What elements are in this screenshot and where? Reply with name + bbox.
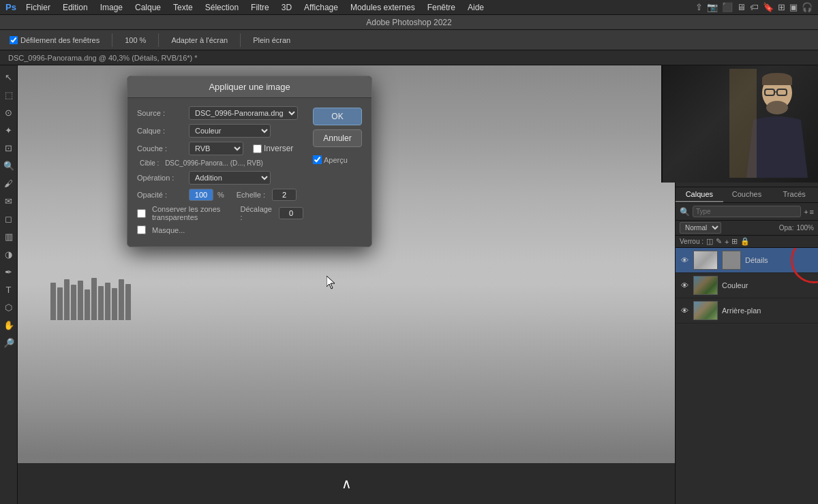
canvas-area: Appliquer une image Source : DSC_0996-Pa… <box>18 65 675 504</box>
menu-selection[interactable]: Sélection <box>200 1 244 14</box>
zoom-tool[interactable]: 🔎 <box>1 335 16 350</box>
scroll-windows-checkbox[interactable] <box>10 36 18 44</box>
layers-tabs: Calques Couches Tracés <box>676 187 818 203</box>
tab-calques[interactable]: Calques <box>676 187 723 202</box>
monitor-icon[interactable]: 🖥 <box>737 2 746 12</box>
eyedropper-tool[interactable]: 🔍 <box>1 158 16 173</box>
crop-tool[interactable]: ⊡ <box>1 140 16 155</box>
layer-item-arriere-plan[interactable]: 👁 Arrière-plan <box>676 298 818 324</box>
layer-options-icon[interactable]: ≡ <box>810 208 814 216</box>
webcam-background <box>663 65 818 183</box>
apply-image-dialog: Appliquer une image Source : DSC_0996-Pa… <box>127 76 372 247</box>
inverser-label: Inverser <box>264 144 293 153</box>
text-tool[interactable]: T <box>1 282 16 297</box>
transparentes-row: Conserver les zones transparentes Décala… <box>137 205 303 221</box>
clone-tool[interactable]: ✉ <box>1 193 16 208</box>
shape-tool[interactable]: ⬡ <box>1 300 16 315</box>
layer-item-couleur[interactable]: 👁 Couleur <box>676 273 818 298</box>
lock-label: Verrou : <box>680 238 703 245</box>
lock-transparent-icon[interactable]: ◫ <box>706 237 713 246</box>
fit-screen-button[interactable]: Adapter à l'écran <box>167 35 232 46</box>
cible-value: DSC_0996-Panora... (D..., RVB) <box>165 159 263 167</box>
select-tool[interactable]: ⬚ <box>1 87 16 102</box>
menu-affichage[interactable]: Affichage <box>299 1 344 14</box>
apercu-row: Aperçu <box>313 155 362 164</box>
magic-wand-tool[interactable]: ✦ <box>1 123 16 138</box>
scroll-windows-toggle[interactable]: Défilement des fenêtres <box>5 35 104 46</box>
calque-label: Calque : <box>137 127 185 135</box>
lock-all-icon[interactable]: 🔒 <box>740 237 750 246</box>
pen-tool[interactable]: ✒ <box>1 264 16 279</box>
dialog-left: Source : DSC_0996-Panorama.dng Calque : … <box>137 106 303 238</box>
tag-icon[interactable]: 🏷 <box>750 2 759 12</box>
tab-couches[interactable]: Couches <box>723 187 771 202</box>
masque-checkbox[interactable] <box>137 225 146 234</box>
new-layer-icon[interactable]: + <box>804 208 808 216</box>
menu-edition[interactable]: Edition <box>57 1 93 14</box>
brush-tool[interactable]: 🖌 <box>1 176 16 191</box>
layers-toolbar: 🔍 + ≡ <box>676 203 818 221</box>
inverser-checkbox[interactable] <box>253 144 262 153</box>
gradient-tool[interactable]: ▥ <box>1 229 16 244</box>
annuler-button[interactable]: Annuler <box>313 129 362 147</box>
menu-fichier[interactable]: Fichier <box>20 1 56 14</box>
calque-select[interactable]: Couleur <box>189 124 271 138</box>
layer-name-arriere: Arrière-plan <box>722 306 761 315</box>
lock-artboard-icon[interactable]: ⊞ <box>731 237 738 246</box>
lasso-tool[interactable]: ⊙ <box>1 105 16 120</box>
lock-position-icon[interactable]: + <box>725 238 729 246</box>
camera-icon[interactable]: 📷 <box>707 2 718 12</box>
operation-select[interactable]: Addition <box>189 171 271 185</box>
couche-select[interactable]: RVB <box>189 142 243 155</box>
menu-fenetre[interactable]: Fenêtre <box>422 1 461 14</box>
calque-row: Calque : Couleur <box>137 124 303 138</box>
menu-image[interactable]: Image <box>95 1 128 14</box>
source-select[interactable]: DSC_0996-Panorama.dng <box>189 106 298 120</box>
grid-icon[interactable]: ⊞ <box>778 2 785 12</box>
opacite-echelle-row: Opacité : % Echelle : <box>137 189 303 201</box>
blend-mode-select[interactable]: Normal <box>680 222 721 234</box>
record-icon[interactable]: ⬛ <box>722 2 733 12</box>
hand-tool[interactable]: ✋ <box>1 317 16 332</box>
opacite-label: Opacité : <box>137 191 185 199</box>
layers-icons: + ≡ <box>804 208 814 216</box>
menu-modules[interactable]: Modules externes <box>345 1 421 14</box>
headphone-icon[interactable]: 🎧 <box>802 2 813 12</box>
layer-item-details[interactable]: 👁 Détails <box>676 248 818 273</box>
echelle-input[interactable] <box>272 189 297 201</box>
display-icon[interactable]: ▣ <box>789 2 798 12</box>
opacite-input[interactable] <box>189 189 213 201</box>
menu-filtre[interactable]: Filtre <box>245 1 275 14</box>
share-icon[interactable]: ⇧ <box>695 2 703 12</box>
ok-button[interactable]: OK <box>313 108 362 125</box>
menu-calque[interactable]: Calque <box>130 1 166 14</box>
layer-name-couleur: Couleur <box>722 281 748 289</box>
bookmark-icon[interactable]: 🔖 <box>763 2 774 12</box>
layer-thumbnail-arriere <box>693 301 718 320</box>
layer-thumbnail-details <box>693 251 718 270</box>
layer-thumbnail-couleur <box>693 276 718 295</box>
eraser-tool[interactable]: ◻ <box>1 211 16 226</box>
dialog-right: OK Annuler Aperçu <box>313 106 362 238</box>
person-silhouette <box>729 69 811 178</box>
layer-visibility-details[interactable]: 👁 <box>680 255 689 265</box>
tab-traces[interactable]: Tracés <box>770 187 818 202</box>
source-row: Source : DSC_0996-Panorama.dng <box>137 106 303 120</box>
layers-search-input[interactable] <box>693 206 801 217</box>
lock-image-icon[interactable]: ✎ <box>716 237 722 246</box>
move-tool[interactable]: ↖ <box>1 69 16 84</box>
apercu-checkbox[interactable] <box>313 155 322 164</box>
menu-aide[interactable]: Aide <box>462 1 489 14</box>
dodge-tool[interactable]: ◑ <box>1 247 16 262</box>
decalage-input[interactable] <box>279 207 303 219</box>
transparentes-checkbox[interactable] <box>137 209 146 218</box>
document-tab[interactable]: DSC_0996-Panorama.dng @ 40,3% (Détails, … <box>0 50 818 65</box>
menu-texte[interactable]: Texte <box>168 1 198 14</box>
operation-label: Opération : <box>137 174 185 182</box>
zoom-display[interactable]: 100 % <box>121 35 150 46</box>
layer-visibility-arriere[interactable]: 👁 <box>680 306 689 315</box>
toolbar-separator-1 <box>112 33 112 47</box>
layer-visibility-couleur[interactable]: 👁 <box>680 281 689 290</box>
menu-3d[interactable]: 3D <box>276 1 297 14</box>
fullscreen-button[interactable]: Plein écran <box>249 35 294 46</box>
